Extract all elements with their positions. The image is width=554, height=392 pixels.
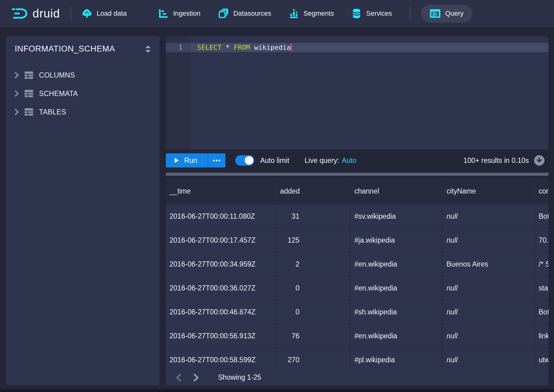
download-button[interactable]: [534, 155, 545, 166]
editor-gutter: [166, 36, 189, 150]
cell-channel[interactable]: #en.wikipedia: [350, 276, 442, 300]
previous-page-button[interactable]: [175, 373, 182, 382]
auto-limit-toggle[interactable]: [235, 155, 254, 166]
druid-console: druid Load data Ingestion: [0, 0, 554, 392]
cell-cityname[interactable]: null: [442, 348, 535, 371]
cell-channel[interactable]: #sh.wikipedia: [350, 300, 442, 324]
tree-item-tables[interactable]: TABLES: [6, 103, 160, 121]
cell-comment[interactable]: 70.: [535, 229, 548, 252]
showing-range-label: Showing 1-25: [218, 373, 261, 382]
bottom-edge: [0, 389, 554, 392]
nav-item-services[interactable]: Services: [352, 8, 392, 19]
schema-selector[interactable]: INFORMATION_SCHEMA: [6, 36, 160, 54]
next-page-button[interactable]: [193, 373, 200, 382]
druid-logo-icon: [10, 6, 28, 21]
cell-added[interactable]: 0: [275, 276, 350, 300]
column-header-comment[interactable]: comment: [535, 178, 548, 205]
cell-cityname[interactable]: null: [442, 229, 535, 252]
table-row: 2016-06-27T00:00:46.874Z 0 #sh.wikipedia…: [166, 300, 548, 324]
cell-added[interactable]: 0: [275, 300, 350, 324]
panel-resize-handle[interactable]: [166, 173, 548, 176]
cell-channel[interactable]: #ja.wikipedia: [350, 229, 442, 252]
cell-cityname[interactable]: null: [442, 205, 535, 228]
cell-added[interactable]: 125: [275, 229, 350, 252]
query-toolbar: Run ••• Auto limit Live query: Auto 100+…: [166, 153, 548, 167]
chevron-right-icon: [193, 373, 200, 382]
column-header-cityname[interactable]: cityName: [442, 178, 535, 205]
cell-channel[interactable]: #sv.wikipedia: [350, 205, 442, 228]
chevron-left-icon: [175, 373, 182, 382]
pagination-bar: Showing 1-25: [166, 369, 548, 386]
text-cursor: [291, 44, 292, 51]
cell-channel[interactable]: #pl.wikipedia: [350, 348, 442, 371]
cell-added[interactable]: 31: [275, 205, 350, 228]
cell-channel[interactable]: #en.wikipedia: [350, 324, 442, 348]
cell-time[interactable]: 2016-06-27T00:00:58.599Z: [166, 348, 275, 371]
run-button[interactable]: Run: [166, 153, 208, 167]
nav-item-load-data[interactable]: Load data: [82, 9, 127, 18]
cell-comment[interactable]: link: [535, 324, 548, 348]
column-header-time[interactable]: __time: [166, 178, 275, 205]
cell-time[interactable]: 2016-06-27T00:00:17.457Z: [166, 229, 275, 252]
console-icon: [430, 9, 441, 18]
double-caret-icon[interactable]: [144, 44, 152, 54]
cell-time[interactable]: 2016-06-27T00:00:46.874Z: [166, 300, 275, 324]
run-button-label: Run: [184, 156, 197, 165]
tree-item-schemata[interactable]: SCHEMATA: [6, 84, 160, 103]
table-row: 2016-06-27T00:00:56.913Z 76 #en.wikipedi…: [166, 324, 548, 348]
cell-cityname[interactable]: Buenos Aires: [442, 252, 535, 276]
cell-added[interactable]: 76: [275, 324, 350, 348]
table-icon: [24, 108, 34, 116]
table-icon: [24, 71, 34, 79]
cell-time[interactable]: 2016-06-27T00:00:36.027Z: [166, 276, 275, 300]
top-navbar: druid Load data Ingestion: [0, 0, 554, 27]
line-number: 1: [166, 43, 189, 52]
nav-item-query[interactable]: Query: [421, 5, 472, 22]
druid-logo[interactable]: druid: [10, 6, 60, 21]
cell-channel[interactable]: #en.wikipedia: [350, 252, 442, 276]
cell-comment[interactable]: sta: [535, 276, 548, 300]
cell-comment[interactable]: utw: [535, 348, 548, 371]
play-icon: [174, 158, 179, 163]
nav-item-datasources[interactable]: Datasources: [218, 8, 271, 19]
cell-added[interactable]: 270: [275, 348, 350, 371]
auto-limit-label[interactable]: Auto limit: [260, 156, 289, 165]
nav-item-label: Load data: [97, 10, 127, 17]
run-more-button[interactable]: •••: [208, 153, 225, 167]
table-row: 2016-06-27T00:00:34.959Z 2 #en.wikipedia…: [166, 252, 548, 276]
cell-cityname[interactable]: null: [442, 324, 535, 348]
cell-cityname[interactable]: null: [442, 300, 535, 324]
nav-item-label: Ingestion: [173, 10, 200, 17]
cell-added[interactable]: 2: [275, 252, 350, 276]
cell-time[interactable]: 2016-06-27T00:00:34.959Z: [166, 252, 275, 276]
stacked-panels-icon: [218, 8, 229, 19]
live-query-value[interactable]: Auto: [342, 156, 356, 165]
nav-item-ingestion[interactable]: Ingestion: [158, 9, 200, 18]
table-row: 2016-06-27T00:00:17.457Z 125 #ja.wikiped…: [166, 229, 548, 252]
sql-keyword: SELECT: [197, 44, 221, 51]
cell-comment[interactable]: Bot: [535, 205, 548, 228]
gantt-chart-icon: [158, 9, 168, 18]
cell-time[interactable]: 2016-06-27T00:00:11.080Z: [166, 205, 275, 228]
cell-cityname[interactable]: null: [442, 276, 535, 300]
sql-editor[interactable]: SELECT * FROM wikipedia: [190, 36, 548, 150]
cell-comment[interactable]: Bot: [535, 300, 548, 324]
chevron-right-icon[interactable]: [14, 72, 19, 79]
nav-item-segments[interactable]: Segments: [289, 9, 334, 18]
column-header-channel[interactable]: channel: [350, 178, 442, 205]
schema-tree: COLUMNS SCHEMATA: [6, 66, 160, 121]
column-header-added[interactable]: added: [275, 178, 350, 205]
navbar-divider: [71, 7, 71, 20]
sql-keyword: FROM: [234, 44, 250, 51]
chevron-right-icon[interactable]: [14, 90, 19, 97]
tree-item-label: COLUMNS: [39, 71, 75, 79]
results-panel: __time added channel cityName comment 20…: [166, 178, 548, 386]
chevron-right-icon[interactable]: [14, 109, 19, 115]
nav-item-label: Segments: [303, 10, 334, 17]
cell-comment[interactable]: /* S: [535, 252, 548, 276]
cell-time[interactable]: 2016-06-27T00:00:56.913Z: [166, 324, 275, 348]
results-body: 2016-06-27T00:00:11.080Z 31 #sv.wikipedi…: [166, 205, 548, 372]
tree-item-columns[interactable]: COLUMNS: [6, 66, 160, 84]
bar-chart-icon: [289, 9, 299, 18]
toggle-knob: [245, 156, 253, 165]
